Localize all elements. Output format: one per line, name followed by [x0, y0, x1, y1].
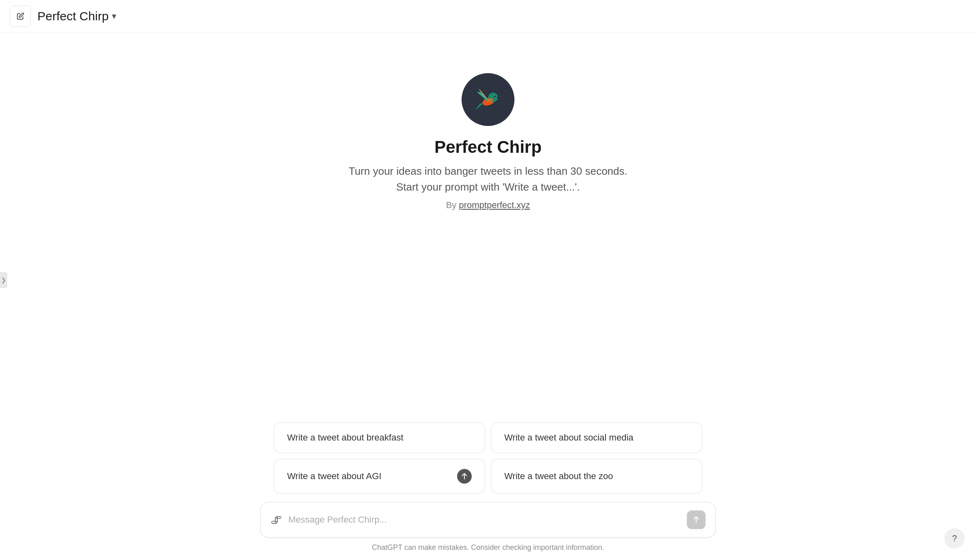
- message-input-container: 🖇: [260, 502, 716, 538]
- top-bar: Perfect Chirp ▾: [0, 0, 976, 33]
- hero-by-link[interactable]: promptperfect.xyz: [459, 200, 530, 210]
- svg-point-2: [494, 96, 496, 98]
- svg-point-3: [494, 96, 495, 96]
- message-input[interactable]: [288, 514, 680, 525]
- suggestion-social-media[interactable]: Write a tweet about social media: [491, 422, 702, 453]
- disclaimer: ChatGPT can make mistakes. Consider chec…: [372, 543, 604, 552]
- suggestions-container: Write a tweet about breakfast Write a tw…: [0, 422, 976, 560]
- suggestion-zoo[interactable]: Write a tweet about the zoo: [491, 459, 702, 494]
- suggestion-agi[interactable]: Write a tweet about AGI: [274, 459, 485, 494]
- suggestion-breakfast[interactable]: Write a tweet about breakfast: [274, 422, 485, 453]
- chevron-down-icon: ▾: [112, 11, 116, 22]
- hero-by: By promptperfect.xyz: [446, 200, 530, 211]
- app-title-dropdown[interactable]: Perfect Chirp ▾: [37, 9, 116, 23]
- suggestion-rows: Write a tweet about breakfast Write a tw…: [274, 422, 702, 494]
- suggestion-row-2: Write a tweet about AGI Write a tweet ab…: [274, 459, 702, 494]
- hero-section: Perfect Chirp Turn your ideas into bange…: [346, 73, 630, 211]
- new-chat-button[interactable]: [10, 6, 31, 27]
- main-content: Perfect Chirp Turn your ideas into bange…: [0, 33, 976, 560]
- app-title-text: Perfect Chirp: [37, 9, 109, 23]
- help-button[interactable]: ?: [944, 528, 965, 549]
- attach-icon[interactable]: 🖇: [270, 513, 282, 527]
- hero-title: Perfect Chirp: [434, 137, 542, 157]
- avatar: [462, 73, 514, 126]
- send-icon: [457, 469, 472, 484]
- hero-subtitle: Turn your ideas into banger tweets in le…: [346, 163, 630, 195]
- bird-icon: [470, 81, 506, 118]
- suggestion-row-1: Write a tweet about breakfast Write a tw…: [274, 422, 702, 453]
- submit-button[interactable]: [687, 510, 706, 529]
